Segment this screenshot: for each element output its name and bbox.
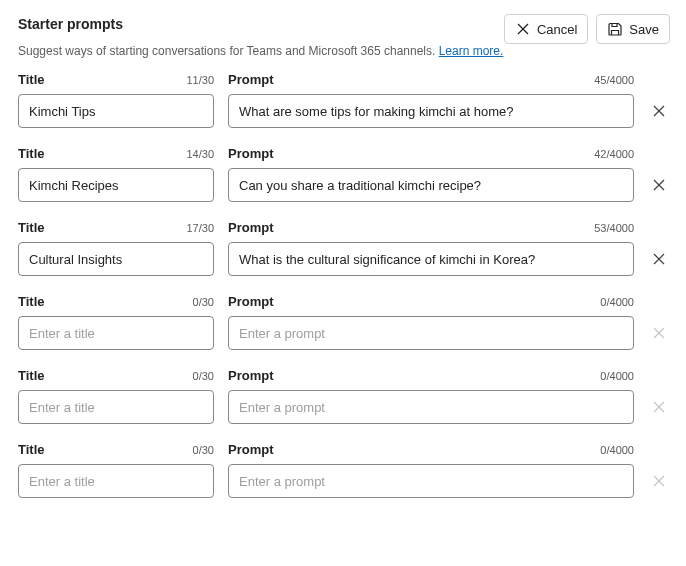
title-label: Title: [18, 220, 45, 235]
prompt-label: Prompt: [228, 368, 274, 383]
prompt-label: Prompt: [228, 442, 274, 457]
title-counter: 14/30: [186, 148, 214, 160]
cancel-button[interactable]: Cancel: [504, 14, 588, 44]
close-icon: [651, 177, 667, 193]
title-input[interactable]: [18, 94, 214, 128]
page-title: Starter prompts: [18, 16, 123, 32]
save-icon: [607, 21, 623, 37]
prompt-label: Prompt: [228, 72, 274, 87]
delete-row-button[interactable]: [648, 248, 670, 270]
title-label: Title: [18, 72, 45, 87]
prompt-input[interactable]: [228, 464, 634, 498]
prompt-label: Prompt: [228, 294, 274, 309]
prompt-counter: 0/4000: [600, 370, 634, 382]
title-label: Title: [18, 146, 45, 161]
title-counter: 0/30: [193, 296, 214, 308]
prompt-counter: 45/4000: [594, 74, 634, 86]
prompt-label: Prompt: [228, 146, 274, 161]
prompt-counter: 53/4000: [594, 222, 634, 234]
learn-more-link[interactable]: Learn more.: [439, 44, 504, 58]
prompt-counter: 0/4000: [600, 444, 634, 456]
delete-row-button: [648, 470, 670, 492]
save-button[interactable]: Save: [596, 14, 670, 44]
delete-row-button: [648, 322, 670, 344]
close-icon: [651, 325, 667, 341]
title-counter: 0/30: [193, 444, 214, 456]
close-icon: [651, 251, 667, 267]
delete-row-button[interactable]: [648, 100, 670, 122]
close-icon: [651, 103, 667, 119]
title-counter: 0/30: [193, 370, 214, 382]
title-input[interactable]: [18, 242, 214, 276]
close-icon: [651, 399, 667, 415]
title-counter: 17/30: [186, 222, 214, 234]
prompt-input[interactable]: [228, 242, 634, 276]
close-icon: [515, 21, 531, 37]
title-input[interactable]: [18, 464, 214, 498]
title-input[interactable]: [18, 316, 214, 350]
prompt-input[interactable]: [228, 316, 634, 350]
title-label: Title: [18, 442, 45, 457]
save-label: Save: [629, 22, 659, 37]
cancel-label: Cancel: [537, 22, 577, 37]
close-icon: [651, 473, 667, 489]
prompt-counter: 0/4000: [600, 296, 634, 308]
title-input[interactable]: [18, 168, 214, 202]
prompt-input[interactable]: [228, 168, 634, 202]
delete-row-button: [648, 396, 670, 418]
page-subtitle: Suggest ways of starting conversations f…: [18, 44, 670, 58]
prompt-input[interactable]: [228, 94, 634, 128]
title-input[interactable]: [18, 390, 214, 424]
delete-row-button[interactable]: [648, 174, 670, 196]
prompt-counter: 42/4000: [594, 148, 634, 160]
title-counter: 11/30: [186, 74, 214, 86]
title-label: Title: [18, 368, 45, 383]
prompt-input[interactable]: [228, 390, 634, 424]
prompt-label: Prompt: [228, 220, 274, 235]
title-label: Title: [18, 294, 45, 309]
